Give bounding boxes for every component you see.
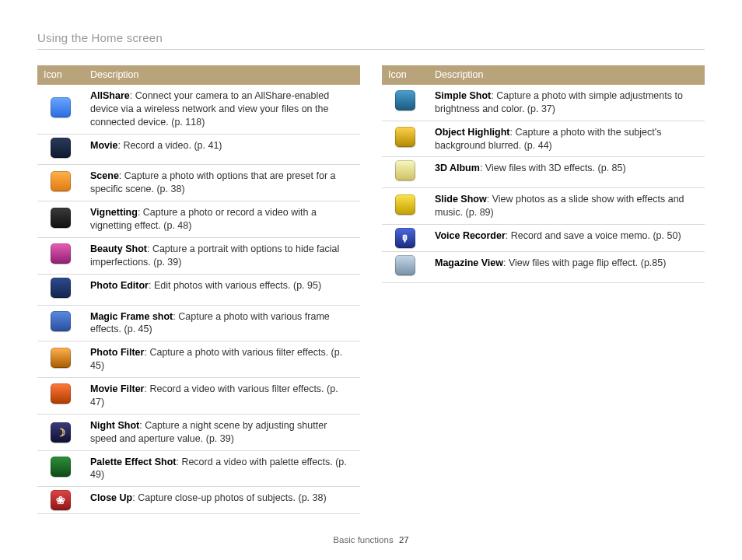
icon-cell <box>382 157 429 188</box>
ico-vignetting-icon <box>51 208 71 228</box>
description-cell: 3D Album: View files with 3D effects. (p… <box>429 157 705 188</box>
table-row: 3D Album: View files with 3D effects. (p… <box>382 157 705 188</box>
feature-name: Close Up <box>90 492 132 503</box>
feature-desc: : View files with page flip effect. (p.8… <box>503 257 666 268</box>
description-cell: Palette Effect Shot: Record a video with… <box>84 450 360 487</box>
ico-palette-icon <box>51 457 71 477</box>
table-row: Palette Effect Shot: Record a video with… <box>37 450 360 487</box>
description-cell: Vignetting: Capture a photo or record a … <box>84 201 360 238</box>
icon-cell <box>37 165 84 201</box>
icon-cell <box>382 121 429 157</box>
feature-name: Beauty Shot <box>90 243 147 254</box>
icon-cell <box>37 201 84 238</box>
ico-movie-icon <box>51 138 71 158</box>
feature-name: AllShare <box>90 90 130 101</box>
description-cell: Photo Filter: Capture a photo with vario… <box>84 341 360 378</box>
icon-cell <box>37 274 84 305</box>
icon-table-left: Icon Description AllShare: Connect your … <box>37 65 360 514</box>
description-cell: Slide Show: View photos as a slide show … <box>429 188 705 225</box>
ico-simpleshot-icon <box>395 90 415 110</box>
footer-page-number: 27 <box>399 535 409 544</box>
th-icon: Icon <box>382 65 429 85</box>
table-row: Object Highlight: Capture a photo with t… <box>382 121 705 157</box>
feature-desc: : Capture a photo with options that are … <box>90 170 335 194</box>
description-cell: Night Shot: Capture a night scene by adj… <box>84 414 360 450</box>
left-column: Icon Description AllShare: Connect your … <box>37 65 360 514</box>
icon-cell <box>37 414 84 450</box>
right-tbody: Simple Shot: Capture a photo with simple… <box>382 85 705 283</box>
icon-cell <box>37 341 84 378</box>
icon-cell <box>37 487 84 514</box>
feature-name: Palette Effect Shot <box>90 457 176 467</box>
icon-cell <box>37 237 84 274</box>
description-cell: Object Highlight: Capture a photo with t… <box>429 121 705 157</box>
description-cell: Beauty Shot: Capture a portrait with opt… <box>84 237 360 274</box>
description-cell: AllShare: Connect your camera to an AllS… <box>84 85 360 134</box>
table-row: Magazine View: View files with page flip… <box>382 252 705 283</box>
feature-name: Night Shot <box>90 420 139 431</box>
feature-name: Movie <box>90 140 117 151</box>
feature-desc: : Capture close-up photos of subjects. (… <box>132 492 326 503</box>
table-row: Voice Recorder: Record and save a voice … <box>382 225 705 252</box>
columns: Icon Description AllShare: Connect your … <box>37 65 705 514</box>
ico-closeup-icon <box>51 490 71 510</box>
table-row: Movie Filter: Record a video with variou… <box>37 378 360 415</box>
feature-desc: : View files with 3D effects. (p. 85) <box>480 163 626 173</box>
ico-voicerec-icon <box>395 228 415 248</box>
table-row: AllShare: Connect your camera to an AllS… <box>37 85 360 134</box>
feature-desc: : Record a video. (p. 41) <box>117 140 222 151</box>
description-cell: Close Up: Capture close-up photos of sub… <box>84 487 360 514</box>
left-tbody: AllShare: Connect your camera to an AllS… <box>37 85 360 514</box>
ico-3dalbum-icon <box>395 160 415 180</box>
feature-name: Photo Filter <box>90 347 144 358</box>
feature-name: 3D Album <box>435 163 480 173</box>
feature-name: Scene <box>90 170 119 181</box>
description-cell: Movie Filter: Record a video with variou… <box>84 378 360 415</box>
ico-moviefilter-icon <box>51 383 71 404</box>
table-row: Photo Editor: Edit photos with various e… <box>37 274 360 305</box>
ico-beauty-icon <box>51 243 71 264</box>
icon-cell <box>37 450 84 487</box>
description-cell: Magazine View: View files with page flip… <box>429 252 705 283</box>
table-row: Movie: Record a video. (p. 41) <box>37 134 360 165</box>
th-description: Description <box>429 65 705 85</box>
icon-cell <box>37 378 84 415</box>
table-row: Photo Filter: Capture a photo with vario… <box>37 341 360 378</box>
icon-cell <box>382 85 429 121</box>
ico-magicframe-icon <box>51 311 71 331</box>
ico-scene-icon <box>51 171 71 191</box>
th-description: Description <box>84 65 360 85</box>
table-row: Vignetting: Capture a photo or record a … <box>37 201 360 238</box>
table-row: Beauty Shot: Capture a portrait with opt… <box>37 237 360 274</box>
table-row: Simple Shot: Capture a photo with simple… <box>382 85 705 121</box>
table-row: Magic Frame shot: Capture a photo with v… <box>37 305 360 341</box>
page-footer: Basic functions 27 <box>0 535 742 544</box>
feature-name: Voice Recorder <box>435 230 506 241</box>
ico-slideshow-icon <box>395 194 415 215</box>
icon-cell <box>37 134 84 165</box>
feature-desc: : Edit photos with various effects. (p. … <box>149 280 321 291</box>
description-cell: Photo Editor: Edit photos with various e… <box>84 274 360 305</box>
icon-cell <box>382 252 429 283</box>
feature-name: Photo Editor <box>90 280 149 291</box>
feature-name: Vignetting <box>90 207 138 218</box>
feature-desc: : Record and save a voice memo. (p. 50) <box>506 230 681 241</box>
feature-name: Movie Filter <box>90 383 144 394</box>
table-row: Slide Show: View photos as a slide show … <box>382 188 705 225</box>
ico-photoeditor-icon <box>51 278 71 298</box>
manual-page: Using the Home screen Icon Description A… <box>0 0 742 560</box>
ico-allshare-icon <box>51 97 71 117</box>
description-cell: Voice Recorder: Record and save a voice … <box>429 225 705 252</box>
th-icon: Icon <box>37 65 84 85</box>
feature-name: Object Highlight <box>435 127 510 138</box>
feature-name: Slide Show <box>435 194 487 205</box>
feature-name: Simple Shot <box>435 90 491 101</box>
description-cell: Magic Frame shot: Capture a photo with v… <box>84 305 360 341</box>
icon-cell <box>382 188 429 225</box>
description-cell: Movie: Record a video. (p. 41) <box>84 134 360 165</box>
page-title: Using the Home screen <box>37 31 705 44</box>
ico-photofilter-icon <box>51 348 71 368</box>
icon-cell <box>37 305 84 341</box>
description-cell: Scene: Capture a photo with options that… <box>84 165 360 201</box>
icon-cell <box>37 85 84 134</box>
